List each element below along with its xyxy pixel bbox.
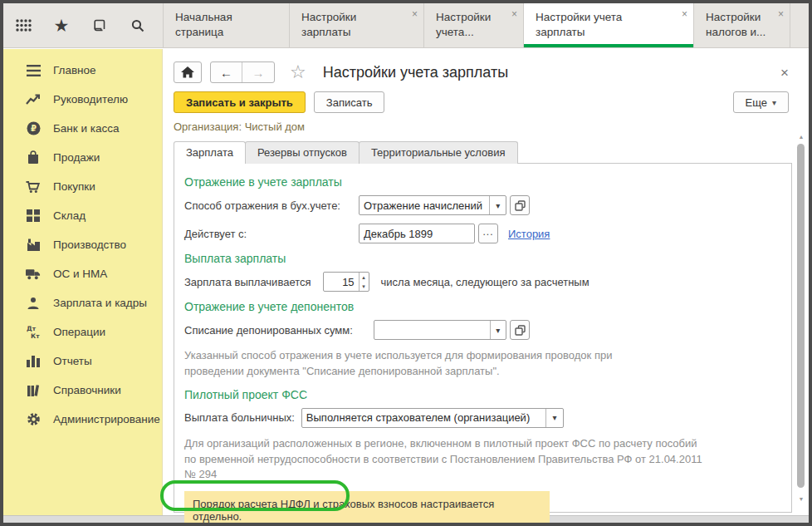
favorites-star-icon[interactable]: ★	[51, 16, 71, 36]
person-icon	[26, 296, 41, 311]
forward-button[interactable]: →	[242, 62, 274, 82]
form-close-icon[interactable]: ×	[780, 66, 789, 80]
save-button[interactable]: Записать	[314, 91, 385, 113]
tab-salary-accounting-settings[interactable]: Настройки учета зарплаты ×	[524, 3, 694, 47]
sidebar-item-label: Руководителю	[53, 93, 128, 106]
sidebar-item-directories[interactable]: Справочники	[3, 376, 162, 405]
search-icon[interactable]	[128, 16, 148, 36]
tab-label: Настройки налогов и...	[706, 10, 770, 40]
favorite-star-icon[interactable]: ☆	[290, 61, 306, 83]
spin-up-icon[interactable]: ▴	[360, 273, 369, 282]
choose-button[interactable]: ...	[478, 224, 498, 243]
bar-chart-icon	[26, 354, 41, 369]
sidebar-item-manager[interactable]: Руководителю	[3, 85, 162, 114]
tab-close-icon[interactable]: ×	[778, 7, 784, 21]
tab-label: Настройки учета зарплаты	[536, 10, 673, 40]
organization-value: Чистый дом	[245, 120, 305, 133]
sidebar-item-purchases[interactable]: Покупки	[3, 172, 162, 201]
sidebar-item-warehouse[interactable]: Склад	[3, 201, 162, 230]
more-button[interactable]: Еще ▾	[733, 91, 789, 113]
spin-down-icon[interactable]: ▾	[360, 282, 369, 291]
back-button[interactable]: ←	[211, 62, 242, 82]
tab-tax-settings[interactable]: Настройки налогов и... ×	[694, 3, 790, 47]
open-item-button[interactable]	[510, 320, 530, 340]
tab-home-page[interactable]: Начальная страница	[163, 3, 290, 47]
page-title: Настройки учета зарплаты	[323, 64, 508, 81]
sidebar-item-label: Справочники	[53, 384, 121, 396]
sidebar-item-production[interactable]: Производство	[3, 230, 162, 259]
reflection-method-combobox[interactable]: ▾	[359, 195, 506, 215]
sidebar-item-label: Производство	[53, 238, 126, 251]
form-tab-panel: Отражение в учете зарплаты Способ отраже…	[174, 163, 792, 513]
form-tab-vacation-reserves[interactable]: Резервы отпусков	[245, 141, 360, 164]
history-link[interactable]: История	[508, 228, 550, 240]
chevron-down-icon: ▾	[772, 98, 776, 107]
tab-label: Начальная страница	[175, 10, 269, 40]
sidebar-item-label: Отчеты	[53, 355, 92, 367]
effective-date-label: Действует с:	[184, 228, 359, 240]
deponents-writeoff-combobox[interactable]: ▾	[374, 320, 506, 340]
history-icon[interactable]	[90, 16, 110, 36]
tab-close-icon[interactable]: ×	[412, 7, 418, 21]
chevron-down-icon[interactable]: ▾	[489, 196, 506, 214]
chevron-down-icon[interactable]: ▾	[545, 409, 563, 427]
payday-suffix: числа месяца, следующего за расчетным	[381, 276, 589, 288]
debit-credit-icon: Дт Кт	[26, 325, 41, 340]
form-tab-salary[interactable]: Зарплата	[174, 141, 246, 164]
sidebar: Главное Руководителю ₽ Банк и касса Прод…	[3, 49, 163, 515]
note-text: Порядок расчета НДФЛ и страховых взносов…	[193, 498, 541, 523]
form-tab-bar: Зарплата Резервы отпусков Территориальны…	[164, 133, 809, 164]
deponents-writeoff-label: Списание депонированных сумм:	[184, 324, 374, 337]
truck-icon	[26, 267, 41, 282]
factory-icon	[26, 238, 41, 253]
gear-icon	[26, 412, 41, 427]
chevron-down-icon[interactable]: ▾	[490, 321, 506, 339]
sidebar-item-bank-cash[interactable]: ₽ Банк и касса	[3, 114, 162, 143]
sidebar-item-main[interactable]: Главное	[3, 56, 162, 85]
deponents-help-text: Указанный способ отражения в учете испол…	[184, 348, 670, 380]
open-item-button[interactable]	[510, 195, 530, 215]
deponents-writeoff-input[interactable]	[374, 321, 490, 339]
effective-date-field[interactable]	[359, 224, 475, 243]
sidebar-item-salary-hr[interactable]: Зарплата и кадры	[3, 288, 162, 317]
tab-salary-settings[interactable]: Настройки зарплаты ×	[290, 3, 424, 47]
shopping-cart-icon	[26, 179, 41, 194]
sidebar-item-label: Продажи	[53, 151, 100, 164]
sidebar-item-reports[interactable]: Отчеты	[3, 347, 162, 376]
sick-pay-label: Выплата больничных:	[184, 411, 295, 424]
tab-close-icon[interactable]: ×	[682, 7, 687, 21]
top-toolbar: ★ Начальная страница Настройки зарплаты	[3, 3, 809, 48]
app-window: ★ Начальная страница Настройки зарплаты	[3, 3, 809, 523]
effective-date-input[interactable]	[360, 224, 474, 243]
sidebar-item-operations[interactable]: Дт Кт Операции	[3, 317, 162, 347]
save-and-close-button[interactable]: Записать и закрыть	[174, 91, 306, 113]
reflection-method-label: Способ отражения в бух.учете:	[184, 199, 359, 212]
sidebar-item-sales[interactable]: Продажи	[3, 143, 162, 172]
sick-pay-input[interactable]	[302, 409, 545, 427]
organization-line: Организация: Чистый дом	[164, 114, 809, 133]
tab-accounting-settings[interactable]: Настройки учета... ×	[424, 3, 524, 47]
scrollbar-thumb[interactable]	[797, 144, 805, 488]
reflection-method-input[interactable]	[360, 196, 489, 214]
form-tab-territorial[interactable]: Территориальные условия	[359, 141, 518, 164]
sick-pay-combobox[interactable]: ▾	[301, 408, 564, 428]
command-bar: Записать и закрыть Записать Еще ▾	[164, 86, 809, 114]
apps-menu-icon[interactable]	[13, 16, 33, 36]
home-button[interactable]	[174, 61, 202, 83]
payday-spinner[interactable]: ▴ ▾	[323, 272, 369, 292]
sidebar-item-fixed-assets[interactable]: ОС и НМА	[3, 259, 162, 288]
sidebar-item-administration[interactable]: Администрирование	[3, 405, 162, 434]
vertical-scrollbar[interactable]: ▲ ▼	[796, 132, 806, 503]
sidebar-item-label: Администрирование	[53, 413, 160, 425]
scroll-down-icon[interactable]: ▼	[796, 494, 806, 503]
trend-chart-icon	[26, 92, 41, 107]
payday-input[interactable]	[324, 273, 359, 291]
sidebar-item-label: Операции	[53, 326, 105, 338]
section-salary-reflection: Отражение в учете зарплаты	[184, 175, 781, 189]
svg-text:Дт: Дт	[27, 325, 37, 332]
section-salary-payment: Выплата зарплаты	[184, 252, 781, 265]
organization-label: Организация:	[174, 120, 242, 133]
ruble-coin-icon: ₽	[26, 121, 41, 136]
tab-close-icon[interactable]: ×	[511, 7, 517, 21]
sidebar-item-label: Зарплата и кадры	[53, 297, 147, 309]
